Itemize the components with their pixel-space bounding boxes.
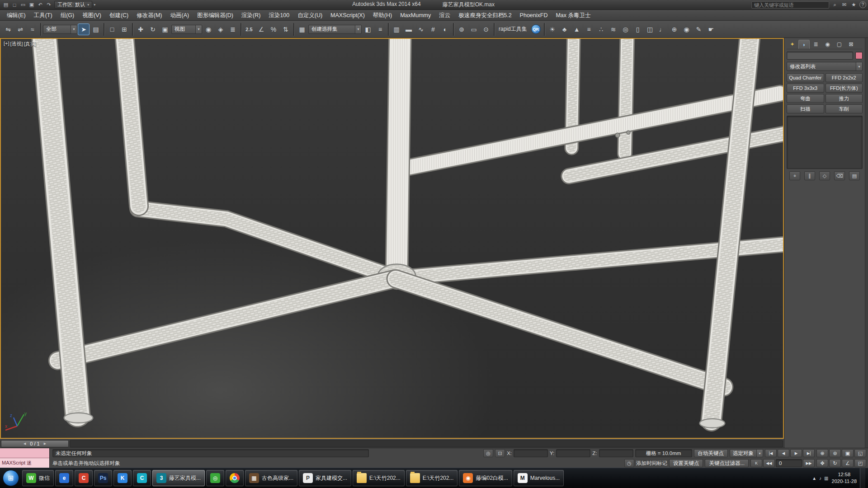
window-crossing-toggle-icon[interactable]: ⊞ [118, 23, 130, 35]
open-file-icon[interactable]: ▭ [19, 1, 27, 9]
tab-create[interactable]: ✦ [787, 40, 798, 49]
system-clock[interactable]: 12:58 2020-11-28 [832, 471, 857, 485]
layer-manager-icon[interactable]: ▥ [391, 23, 402, 35]
tab-modify[interactable]: ◗ [798, 40, 810, 49]
taskbar-item-app-teal-c[interactable]: C [133, 470, 151, 486]
maxscript-mini-listener[interactable]: MAXScript 迷 [0, 448, 50, 468]
make-unique-icon[interactable]: ◇ [819, 171, 830, 180]
taskbar-item-app-k[interactable]: K [113, 470, 132, 486]
tray-expand-icon[interactable]: ▲ [812, 476, 816, 481]
menu-item[interactable]: 自定义(U) [293, 10, 326, 21]
taskbar-item-browser-green[interactable]: ◎ [206, 470, 224, 486]
taskbar-item-photoshop[interactable]: Ps [94, 470, 112, 486]
time-tag-icon[interactable]: ◷ [624, 459, 634, 467]
reference-coordinate-dropdown[interactable]: 视图▾ [171, 25, 202, 34]
undo-icon[interactable]: ↶ [36, 1, 44, 9]
show-desktop-button[interactable] [860, 468, 865, 488]
auto-key-button[interactable]: 自动关键点 [694, 449, 728, 457]
plugin-ring-icon[interactable]: ◎ [620, 23, 632, 35]
menu-item[interactable]: 渲云 [435, 10, 454, 21]
align-icon[interactable]: ≡ [374, 23, 386, 35]
tray-network-icon[interactable]: ▥ [824, 476, 828, 481]
show-end-result-icon[interactable]: ∥ [804, 171, 815, 180]
z-coordinate-field[interactable] [599, 449, 633, 457]
panel-scrollbar[interactable] [865, 38, 868, 448]
favorites-icon[interactable]: ★ [850, 1, 858, 9]
use-pivot-point-center-icon[interactable]: ◉ [203, 23, 214, 35]
modifier-button[interactable]: FFD 2x2x2 [826, 73, 863, 82]
frame-back-icon[interactable]: ◀ [24, 442, 26, 446]
menu-item[interactable]: MaxMummy [396, 10, 435, 21]
tab-utilities[interactable]: ⊠ [845, 40, 857, 49]
menu-item[interactable]: MAXScript(X) [326, 10, 369, 21]
maximize-viewport-icon[interactable]: ◰ [854, 459, 866, 467]
plugin-tree-icon[interactable]: ♣ [559, 23, 571, 35]
zoom-extents-icon[interactable]: ▣ [842, 449, 854, 457]
zoom-all-icon[interactable]: ⊚ [829, 449, 841, 457]
communication-center-icon[interactable]: ✉ [840, 1, 848, 9]
plugin-scatter-icon[interactable]: ∴ [595, 23, 607, 35]
menu-item[interactable]: 视图(V) [78, 10, 105, 21]
tab-hierarchy[interactable]: ≣ [810, 40, 821, 49]
viewport-menu-pov[interactable]: [透视] [10, 41, 23, 47]
edit-named-selection-sets-icon[interactable]: ▦ [296, 23, 308, 35]
taskbar-item-browser-blue[interactable]: e [55, 470, 73, 486]
mirror-icon[interactable]: ◧ [362, 23, 374, 35]
plugin-target-icon[interactable]: ⊕ [669, 23, 680, 35]
menu-item[interactable]: 工具(T) [30, 10, 57, 21]
menu-item[interactable]: Max 杀毒卫士 [552, 10, 594, 21]
app-menu-icon[interactable]: ▤ [2, 1, 10, 9]
select-and-move-icon[interactable]: ✚ [135, 23, 146, 35]
plugin-hand-icon[interactable]: ☛ [705, 23, 717, 35]
remove-modifier-icon[interactable]: ⌫ [834, 171, 845, 180]
mini-listener-script-line[interactable]: MAXScript 迷 [0, 458, 49, 468]
new-scene-icon[interactable]: □ [10, 1, 19, 9]
menu-item[interactable]: 编辑(E) [3, 10, 30, 21]
modifier-stack[interactable] [787, 116, 863, 169]
current-frame-field[interactable]: 0 [776, 459, 802, 467]
menu-item[interactable]: 渲染(R) [237, 10, 264, 21]
render-production-icon[interactable]: ⊙ [480, 23, 492, 35]
taskbar-item-wechat[interactable]: W微信 [22, 470, 54, 486]
plugin-terrain-icon[interactable]: ▲ [571, 23, 583, 35]
modifier-button[interactable]: 车削 [826, 104, 863, 113]
tray-volume-icon[interactable]: ♪ [819, 476, 821, 481]
orbit-icon[interactable]: ↻ [829, 459, 841, 467]
spinner-snap-icon[interactable]: ⇅ [280, 23, 292, 35]
taskbar-item-qq-group-modeling[interactable]: P家具建模交... [299, 470, 351, 486]
selection-filter-dropdown[interactable]: 全部▾ [43, 25, 77, 34]
plugin-water-icon[interactable]: ≋ [608, 23, 619, 35]
graphite-modeling-icon[interactable]: ▬ [403, 23, 415, 35]
pan-icon[interactable]: ✥ [816, 459, 828, 467]
save-file-icon[interactable]: ▣ [28, 1, 36, 9]
infocenter-search-input[interactable] [751, 1, 829, 9]
taskbar-item-screenshot-file[interactable]: ◉藤编02白模... [459, 470, 512, 486]
modifier-button[interactable]: 扫描 [787, 104, 824, 113]
rendered-frame-window-icon[interactable]: ▭ [468, 23, 480, 35]
plugin-box-icon[interactable]: ◫ [644, 23, 656, 35]
tab-display[interactable]: ▢ [834, 40, 845, 49]
plugin-bell-icon[interactable]: ♩ [656, 23, 668, 35]
key-filters-button[interactable]: 关键点过滤器... [705, 459, 749, 467]
isolate-selection-toggle[interactable]: ◎ [483, 449, 493, 457]
tab-motion[interactable]: ◉ [822, 40, 833, 49]
menu-item[interactable]: PhoenixFD [516, 10, 552, 21]
time-slider-handle[interactable]: ◀ 0 / 1 ▶ [1, 440, 69, 447]
percent-snap-icon[interactable]: % [268, 23, 279, 35]
next-key-button[interactable]: ▶▶ [803, 459, 815, 467]
plugin-light-icon[interactable]: ☀ [547, 23, 558, 35]
rectangular-selection-region-icon[interactable]: □ [106, 23, 118, 35]
taskbar-item-folder-bamboo-2[interactable]: E:\天竹202... [406, 470, 458, 486]
modifier-button[interactable]: FFD(长方体) [826, 84, 863, 93]
mini-listener-macro-line[interactable] [0, 448, 49, 458]
taskbar-item-qq-group-antique[interactable]: ▦古色高级家... [245, 470, 297, 486]
keyboard-shortcut-override-icon[interactable]: ≣ [227, 23, 239, 35]
fov-icon[interactable]: ∠ [842, 459, 854, 467]
unlink-selection-icon[interactable]: ⇌ [14, 23, 26, 35]
help-icon[interactable]: ? [859, 1, 866, 8]
taskbar-item-max-file[interactable]: 3藤艺家具模... [152, 470, 205, 486]
previous-key-button[interactable]: ◀◀ [763, 459, 775, 467]
menu-item[interactable]: 组(G) [57, 10, 79, 21]
menu-item[interactable]: 修改器(M) [132, 10, 166, 21]
snaps-toggle-icon[interactable]: 2.5 [243, 23, 255, 35]
